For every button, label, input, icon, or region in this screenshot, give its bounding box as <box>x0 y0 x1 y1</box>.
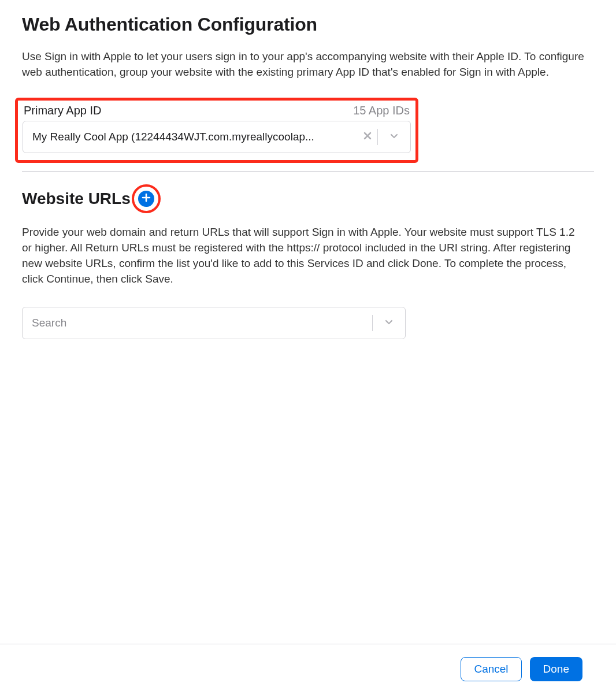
primary-app-id-select[interactable]: My Really Cool App (12244434WJT.com.myre… <box>23 121 411 153</box>
chevron-down-icon <box>384 317 394 329</box>
website-urls-description: Provide your web domain and return URLs … <box>22 225 577 287</box>
website-urls-title: Website URLs <box>22 190 131 208</box>
close-icon <box>363 131 372 143</box>
website-url-search[interactable]: Search <box>22 307 406 339</box>
cancel-button[interactable]: Cancel <box>461 657 521 681</box>
section-divider <box>22 171 594 172</box>
done-button[interactable]: Done <box>530 657 582 681</box>
search-placeholder: Search <box>23 317 372 329</box>
primary-app-id-value: My Really Cool App (12244434WJT.com.myre… <box>23 131 358 143</box>
chevron-down-icon <box>389 131 399 143</box>
add-website-url-button[interactable] <box>132 184 161 213</box>
search-dropdown-toggle[interactable] <box>373 317 405 329</box>
primary-app-id-section: Primary App ID 15 App IDs My Really Cool… <box>15 98 418 163</box>
footer: Cancel Done <box>0 644 616 694</box>
page-title: Web Authentication Configuration <box>22 14 594 35</box>
dropdown-toggle[interactable] <box>378 131 410 143</box>
plus-icon <box>142 193 151 205</box>
intro-text: Use Sign in with Apple to let your users… <box>22 49 594 80</box>
clear-selection-button[interactable] <box>358 131 377 143</box>
app-id-count: 15 App IDs <box>353 104 410 117</box>
primary-app-id-label: Primary App ID <box>24 104 101 117</box>
